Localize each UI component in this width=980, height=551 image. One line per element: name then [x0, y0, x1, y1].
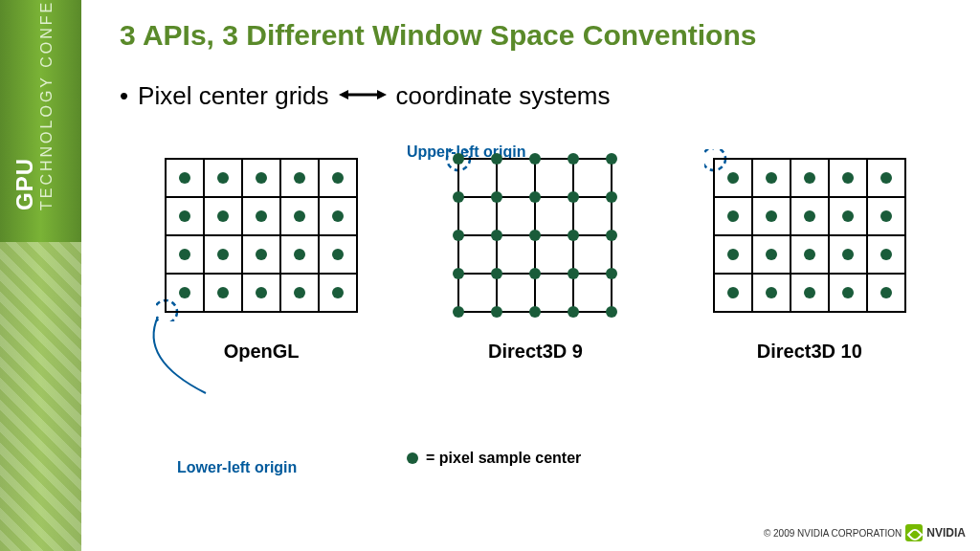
svg-point-85	[766, 249, 777, 260]
svg-point-50	[453, 230, 464, 241]
svg-point-81	[804, 210, 815, 222]
svg-point-41	[491, 153, 502, 165]
svg-point-31	[332, 287, 344, 298]
bullet-line: • Pixel center grids coordinate systems	[120, 80, 951, 111]
svg-point-88	[880, 249, 892, 260]
svg-point-57	[529, 268, 541, 279]
sidebar-sub: TECHNOLOGY CONFERENCE	[38, 0, 56, 210]
svg-point-45	[453, 191, 464, 203]
sidebar: GPU TECHNOLOGY CONFERENCE	[0, 0, 81, 551]
svg-point-30	[294, 287, 305, 298]
svg-point-87	[842, 249, 854, 260]
svg-point-90	[766, 287, 777, 298]
bullet-dot: •	[120, 81, 128, 111]
svg-point-12	[179, 172, 190, 184]
svg-point-24	[256, 249, 267, 260]
svg-point-43	[568, 153, 579, 165]
bullet-text-right: coordinate systems	[396, 81, 611, 111]
svg-point-74	[727, 172, 739, 184]
svg-point-64	[606, 306, 617, 318]
opengl-grid	[156, 149, 367, 321]
opengl-grid-block: OpenGL	[156, 149, 367, 363]
nvidia-logo-text: NVIDIA	[926, 526, 966, 540]
d3d9-grid-block: Direct3D 9	[439, 149, 631, 363]
legend-dot-icon	[407, 452, 418, 464]
svg-point-13	[217, 172, 229, 184]
slide-title: 3 APIs, 3 Different Window Space Convent…	[120, 19, 951, 52]
d3d10-grid	[704, 149, 915, 321]
svg-point-51	[491, 230, 502, 241]
grids-row: OpenGL	[120, 149, 951, 363]
svg-point-48	[568, 191, 579, 203]
svg-point-21	[332, 210, 344, 222]
sidebar-decoration	[0, 242, 81, 551]
legend-text: = pixel sample center	[426, 450, 581, 467]
svg-point-22	[179, 249, 190, 260]
svg-point-91	[804, 287, 815, 298]
d3d9-grid	[439, 149, 631, 321]
svg-point-61	[491, 306, 502, 318]
svg-point-76	[804, 172, 815, 184]
svg-point-60	[453, 306, 464, 318]
svg-point-89	[727, 287, 739, 298]
svg-point-40	[453, 153, 464, 165]
svg-point-44	[606, 153, 617, 165]
bullet-text-left: Pixel center grids	[138, 81, 328, 111]
svg-point-62	[529, 306, 541, 318]
svg-point-59	[606, 268, 617, 279]
svg-point-25	[294, 249, 305, 260]
svg-point-54	[606, 230, 617, 241]
svg-point-84	[727, 249, 739, 260]
svg-point-27	[179, 287, 190, 298]
d3d9-label: Direct3D 9	[488, 341, 583, 363]
svg-point-63	[568, 306, 579, 318]
svg-marker-2	[377, 90, 387, 99]
svg-point-19	[256, 210, 267, 222]
footer: © 2009 NVIDIA CORPORATION NVIDIA	[764, 524, 966, 541]
sidebar-main: GPU	[11, 158, 37, 210]
legend: = pixel sample center	[407, 450, 581, 467]
svg-point-14	[256, 172, 267, 184]
svg-point-56	[491, 268, 502, 279]
nvidia-eye-icon	[905, 524, 923, 541]
d3d10-label: Direct3D 10	[757, 341, 862, 363]
svg-point-53	[568, 230, 579, 241]
sidebar-label: GPU TECHNOLOGY CONFERENCE	[11, 0, 56, 210]
svg-point-17	[179, 210, 190, 222]
svg-point-77	[842, 172, 854, 184]
svg-point-16	[332, 172, 344, 184]
svg-point-15	[294, 172, 305, 184]
svg-point-82	[842, 210, 854, 222]
svg-point-52	[529, 230, 541, 241]
svg-point-75	[766, 172, 777, 184]
svg-point-46	[491, 191, 502, 203]
svg-point-92	[842, 287, 854, 298]
svg-point-55	[453, 268, 464, 279]
svg-point-79	[727, 210, 739, 222]
svg-point-20	[294, 210, 305, 222]
svg-point-86	[804, 249, 815, 260]
svg-point-78	[880, 172, 892, 184]
svg-point-18	[217, 210, 229, 222]
lower-left-origin-label: Lower-left origin	[177, 459, 297, 476]
svg-point-83	[880, 210, 892, 222]
svg-marker-1	[339, 90, 348, 99]
svg-point-26	[332, 249, 344, 260]
opengl-label: OpenGL	[224, 341, 300, 363]
copyright: © 2009 NVIDIA CORPORATION	[764, 528, 902, 539]
slide-content: 3 APIs, 3 Different Window Space Convent…	[91, 0, 980, 551]
svg-point-58	[568, 268, 579, 279]
svg-point-93	[880, 287, 892, 298]
d3d10-grid-block: Direct3D 10	[704, 149, 915, 363]
svg-point-28	[217, 287, 229, 298]
svg-point-47	[529, 191, 541, 203]
svg-point-80	[766, 210, 777, 222]
svg-point-42	[529, 153, 541, 165]
double-arrow-icon	[339, 80, 387, 111]
svg-point-29	[256, 287, 267, 298]
svg-point-23	[217, 249, 229, 260]
svg-point-49	[606, 191, 617, 203]
